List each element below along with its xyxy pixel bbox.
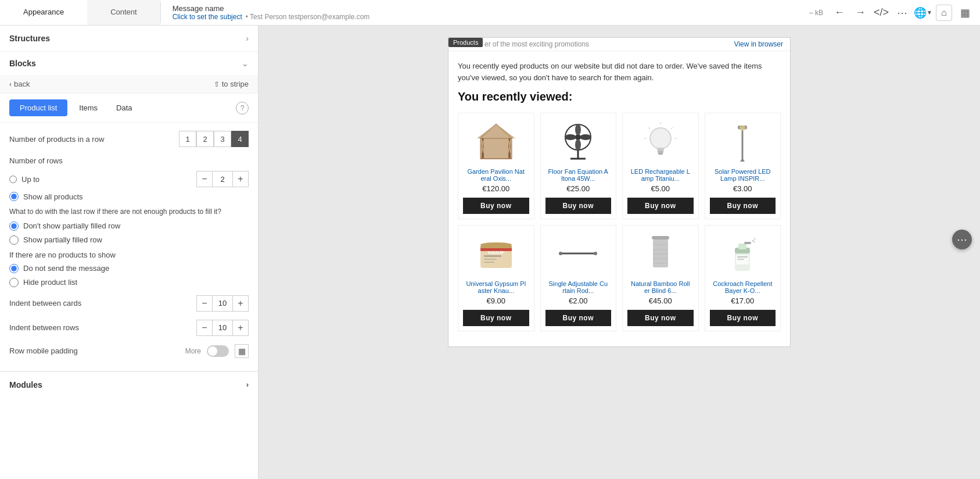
show-partial-label: Show partially filled row: [23, 235, 102, 244]
product-name-1[interactable]: Floor Fan Equation A ltona 45W...: [545, 168, 612, 182]
product-img-3: [710, 118, 776, 165]
product-card-6: Natural Bamboo Roll er Blind 6... €45.00…: [622, 225, 699, 331]
product-name-6[interactable]: Natural Bamboo Roll er Blind 6...: [627, 280, 694, 294]
svg-point-42: [559, 252, 562, 255]
product-name-7[interactable]: Cockroach Repellent Bayer K-O...: [710, 280, 776, 294]
email-heading: You recently viewed:: [458, 90, 781, 103]
show-partial-radio[interactable]: [9, 235, 19, 245]
svg-point-58: [752, 240, 753, 241]
blocks-header[interactable]: Blocks ⌄: [0, 52, 258, 75]
indent-rows-increment[interactable]: +: [232, 320, 249, 336]
back-nav-button[interactable]: ←: [831, 5, 848, 21]
buy-button-2[interactable]: Buy now: [627, 198, 694, 214]
do-not-send-label: Do not send the message: [23, 264, 109, 273]
show-all-radio[interactable]: [9, 192, 19, 201]
view-browser-link[interactable]: View in browser: [734, 40, 783, 48]
do-not-send-radio[interactable]: [9, 264, 19, 273]
buy-button-3[interactable]: Buy now: [710, 198, 776, 214]
tab-product-list-button[interactable]: Product list: [9, 99, 67, 116]
product-name-2[interactable]: LED Rechargeable L amp Titaniu...: [627, 168, 694, 182]
buy-button-0[interactable]: Buy now: [463, 198, 529, 214]
product-name-0[interactable]: Garden Pavilion Nat eral Oxis...: [463, 168, 529, 182]
indent-cards-decrement[interactable]: −: [196, 295, 213, 312]
buy-button-7[interactable]: Buy now: [710, 310, 776, 326]
product-name-4[interactable]: Universal Gypsum Pl aster Knau...: [463, 280, 529, 294]
row-mobile-padding-row: Row mobile padding More ▦: [9, 344, 249, 358]
svg-rect-57: [737, 259, 744, 260]
svg-point-59: [754, 238, 755, 240]
message-recipient: • Test Person testperson@example.com: [246, 13, 370, 21]
indent-cards-increment[interactable]: +: [232, 295, 249, 312]
floating-bubble[interactable]: ⋯: [952, 230, 972, 249]
rows-decrement-button[interactable]: −: [196, 171, 213, 187]
home-button[interactable]: ⌂: [936, 5, 952, 21]
to-stripe-label: to stripe: [222, 80, 249, 88]
tab-items-button[interactable]: Items: [72, 99, 105, 116]
products-per-row-1[interactable]: 1: [179, 131, 196, 147]
structures-chevron: ›: [246, 34, 249, 43]
copy-button[interactable]: ▦: [957, 5, 973, 21]
hide-product-list-label: Hide product list: [23, 278, 77, 287]
right-panel: Products er of the most exciting promoti…: [259, 26, 980, 479]
show-partial-row[interactable]: Show partially filled row: [9, 235, 249, 245]
rows-increment-button[interactable]: +: [232, 171, 249, 187]
top-bar-actions: – kB ← → </> ⋯ 🌐▼ ⌂ ▦: [809, 5, 980, 21]
product-card-5: Single Adjustable Cu rtain Rod... €2.00 …: [540, 225, 617, 331]
svg-point-60: [753, 241, 755, 242]
product-img-1: [545, 118, 612, 165]
blind-icon: [640, 233, 681, 274]
forward-nav-button[interactable]: →: [852, 5, 868, 21]
tab-content[interactable]: Content: [87, 0, 160, 25]
buy-button-1[interactable]: Buy now: [545, 198, 612, 214]
product-name-3[interactable]: Solar Powered LED Lamp INSPIR...: [710, 168, 776, 182]
hide-product-list-row[interactable]: Hide product list: [9, 278, 249, 287]
modules-section[interactable]: Modules ›: [0, 371, 258, 398]
svg-rect-37: [484, 259, 497, 260]
svg-rect-36: [484, 255, 501, 257]
indent-rows-value: 10: [213, 320, 232, 336]
products-per-row-2[interactable]: 2: [196, 131, 214, 147]
structures-section-header[interactable]: Structures ›: [0, 26, 258, 52]
tab-appearance[interactable]: Appearance: [0, 0, 87, 25]
svg-point-16: [565, 134, 576, 140]
do-not-send-row[interactable]: Do not send the message: [9, 264, 249, 273]
up-to-radio[interactable]: [9, 176, 17, 183]
row-mobile-padding-more[interactable]: More: [185, 347, 201, 355]
product-name-5[interactable]: Single Adjustable Cu rtain Rod...: [545, 280, 612, 294]
buy-button-4[interactable]: Buy now: [463, 310, 529, 326]
more-options-button[interactable]: ⋯: [894, 5, 910, 21]
svg-point-43: [594, 252, 597, 255]
message-subject[interactable]: Click to set the subject: [173, 13, 242, 21]
help-icon[interactable]: ?: [236, 102, 249, 115]
products-per-row-4[interactable]: 4: [231, 131, 249, 147]
dont-show-radio[interactable]: [9, 221, 19, 231]
email-promo-container: Products er of the most exciting promoti…: [448, 38, 790, 51]
email-body: You recently eyed products on our websit…: [448, 51, 790, 346]
row-mobile-padding-toggle[interactable]: [207, 345, 229, 357]
products-per-row-3[interactable]: 3: [214, 131, 231, 147]
products-tab[interactable]: Products: [448, 38, 483, 47]
last-row-section: What to do with the last row if there ar…: [9, 207, 249, 245]
svg-point-13: [575, 124, 581, 135]
indent-rows-decrement[interactable]: −: [196, 320, 213, 336]
svg-rect-21: [658, 151, 663, 153]
hide-product-list-radio[interactable]: [9, 278, 19, 287]
buy-button-5[interactable]: Buy now: [545, 310, 612, 326]
buy-button-6[interactable]: Buy now: [627, 310, 694, 326]
back-arrow-icon: ‹: [9, 80, 12, 88]
dont-show-partial-row[interactable]: Don't show partially filled row: [9, 221, 249, 231]
tab-data-button[interactable]: Data: [109, 99, 139, 116]
modules-title: Modules: [9, 380, 42, 389]
to-stripe-button[interactable]: ⇧ to stripe: [214, 80, 249, 88]
svg-rect-22: [658, 153, 663, 155]
row-mobile-padding-label: Row mobile padding: [9, 346, 78, 355]
show-all-products-row[interactable]: Show all products: [9, 192, 249, 201]
show-all-label: Show all products: [23, 192, 83, 201]
indent-cards-label: Indent between cards: [9, 299, 81, 308]
copy-padding-button[interactable]: ▦: [235, 344, 249, 358]
back-button[interactable]: ‹ back: [9, 80, 30, 88]
up-to-radio-option[interactable]: Up to: [9, 175, 40, 184]
code-view-button[interactable]: </>: [873, 5, 889, 21]
globe-button[interactable]: 🌐▼: [915, 5, 931, 21]
indent-rows-label: Indent between rows: [9, 323, 79, 332]
